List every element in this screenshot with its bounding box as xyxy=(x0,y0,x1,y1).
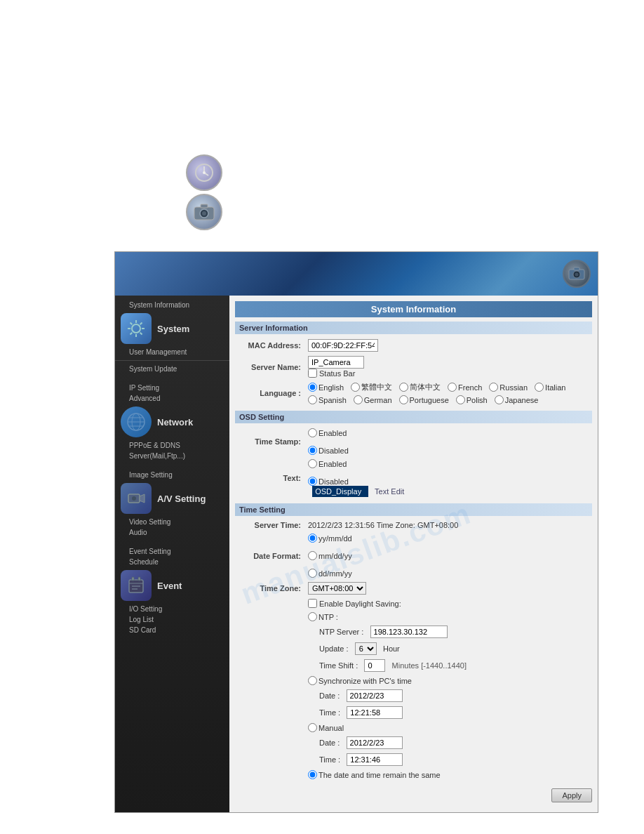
sidebar-item-log-list[interactable]: Log List xyxy=(115,614,229,625)
osd-section: OSD Setting xyxy=(235,411,592,423)
sidebar-item-user-management[interactable]: User Management xyxy=(115,347,229,357)
server-name-input[interactable] xyxy=(308,356,364,369)
camera-top-icon[interactable] xyxy=(186,194,222,230)
lang-japanese[interactable]: Japanese xyxy=(495,395,539,404)
lang-polish[interactable]: Polish xyxy=(456,395,488,404)
server-info-section: Server Information xyxy=(235,322,592,334)
apply-button[interactable]: Apply xyxy=(551,788,592,802)
text-enabled[interactable]: Enabled xyxy=(308,459,589,468)
text-disabled[interactable]: Disabled xyxy=(308,477,589,486)
manual-time-row: Time : xyxy=(235,751,592,768)
daylight-row: Enable Daylight Saving: xyxy=(235,597,592,610)
svg-point-3 xyxy=(203,171,206,174)
ntp-server-input[interactable] xyxy=(370,626,448,638)
ntp-row: NTP : xyxy=(235,610,592,623)
manual-date-input[interactable] xyxy=(347,736,403,749)
sync-time-label: Time : xyxy=(308,708,340,717)
network-label: Network xyxy=(157,417,193,428)
hour-label: Hour xyxy=(383,644,400,653)
sidebar-item-io-setting[interactable]: I/O Setting xyxy=(115,604,229,614)
sidebar-item-image-setting[interactable]: Image Setting xyxy=(115,470,229,480)
fmt-ymd[interactable]: yy/mm/dd xyxy=(308,534,589,543)
server-name-row: Server Name: Status Bar xyxy=(235,354,592,380)
text-edit-label: Text Edit xyxy=(375,487,404,496)
time-shift-input[interactable] xyxy=(364,659,385,672)
lang-portuguese[interactable]: Portuguese xyxy=(399,395,449,404)
update-select[interactable]: 6 xyxy=(355,642,377,655)
clock-settings-icon[interactable] xyxy=(186,154,222,191)
time-table: Server Time: 2012/2/23 12:31:56 Time Zon… xyxy=(235,519,592,781)
sidebar: System Information xyxy=(115,296,229,812)
osd-table: Time Stamp: Enabled Disabled Text: Enabl… xyxy=(235,426,592,499)
mac-input[interactable] xyxy=(308,339,378,352)
lang-english[interactable]: English xyxy=(308,383,344,392)
content-area: System Information Server Information MA… xyxy=(229,296,598,812)
av-label: A/V Setting xyxy=(157,494,206,504)
daylight-label: Enable Daylight Saving: xyxy=(319,600,401,608)
mac-label: MAC Address: xyxy=(235,337,305,354)
lang-german[interactable]: German xyxy=(354,395,392,404)
server-time-value: 2012/2/23 12:31:56 Time Zone: GMT+08:00 xyxy=(305,519,592,531)
sync-time-row: Time : xyxy=(235,704,592,721)
timestamp-label: Time Stamp: xyxy=(235,426,305,457)
date-format-label: Date Format: xyxy=(235,531,305,580)
text-label: Text: xyxy=(235,457,305,499)
remain-row: The date and time remain the same xyxy=(235,768,592,781)
remain-label: The date and time remain the same xyxy=(318,771,441,779)
ts-disabled[interactable]: Disabled xyxy=(308,446,589,455)
ntp-server-row: NTP Server : xyxy=(235,623,592,640)
lang-french[interactable]: French xyxy=(448,383,482,392)
manual-date-label: Date : xyxy=(308,739,340,747)
timezone-row: Time Zone: GMT+08:00 xyxy=(235,580,592,597)
timezone-select[interactable]: GMT+08:00 xyxy=(308,582,366,595)
sidebar-item-ip-setting[interactable]: IP Setting xyxy=(115,383,229,393)
sidebar-section-system: System Information xyxy=(115,296,229,378)
daylight-checkbox[interactable] xyxy=(308,599,317,608)
ntp-radio[interactable]: NTP : xyxy=(308,612,589,621)
sync-pc-label: Synchronize with PC's time xyxy=(318,677,412,685)
lang-italian[interactable]: Italian xyxy=(535,383,565,392)
sidebar-item-video-setting[interactable]: Video Setting xyxy=(115,517,229,527)
manual-time-label: Time : xyxy=(308,755,340,764)
sync-date-input[interactable] xyxy=(347,689,403,702)
lang-spanish[interactable]: Spanish xyxy=(308,395,347,404)
sidebar-section-av: Image Setting A/V Setting Video Setting xyxy=(115,465,229,542)
ts-enabled[interactable]: Enabled xyxy=(308,428,589,437)
status-bar-checkbox[interactable] xyxy=(308,369,317,378)
sync-pc-radio[interactable]: Synchronize with PC's time xyxy=(308,676,589,685)
sidebar-item-event-setting[interactable]: Event Setting xyxy=(115,546,229,557)
osd-display-input[interactable] xyxy=(312,486,368,497)
lang-simp-chinese[interactable]: 简体中文 xyxy=(399,382,441,392)
status-bar-label: Status Bar xyxy=(319,369,355,378)
sidebar-item-advanced[interactable]: Advanced xyxy=(115,393,229,404)
sidebar-item-sd-card[interactable]: SD Card xyxy=(115,625,229,635)
svg-line-19 xyxy=(140,323,142,325)
sidebar-item-schedule[interactable]: Schedule xyxy=(115,557,229,567)
time-shift-row: Time Shift : Minutes [-1440..1440] xyxy=(235,657,592,674)
fmt-mdy[interactable]: mm/dd/yy xyxy=(308,551,589,560)
sidebar-item-server[interactable]: Server(Mail,Ftp...) xyxy=(115,451,229,461)
lang-russian[interactable]: Russian xyxy=(489,383,528,392)
lang-trad-chinese[interactable]: 繁體中文 xyxy=(351,382,392,392)
manual-time-input[interactable] xyxy=(347,753,403,766)
svg-rect-32 xyxy=(138,577,140,581)
manual-radio[interactable]: Manual xyxy=(308,723,589,732)
sync-time-input[interactable] xyxy=(347,706,403,719)
server-info-table: MAC Address: Server Name: Status xyxy=(235,337,592,406)
daylight-checkbox-item[interactable]: Enable Daylight Saving: xyxy=(308,599,589,608)
sync-date-label: Date : xyxy=(308,691,340,700)
sidebar-item-pppoe[interactable]: PPPoE & DDNS xyxy=(115,440,229,451)
sidebar-item-system-information[interactable]: System Information xyxy=(115,300,229,310)
server-time-row: Server Time: 2012/2/23 12:31:56 Time Zon… xyxy=(235,519,592,531)
svg-rect-11 xyxy=(574,267,579,270)
sidebar-item-system-update[interactable]: System Update xyxy=(115,364,229,374)
date-format-row: Date Format: yy/mm/dd mm/dd/yy dd/mm/yy xyxy=(235,531,592,580)
svg-point-28 xyxy=(132,496,136,501)
time-section: Time Setting xyxy=(235,503,592,516)
sidebar-item-audio[interactable]: Audio xyxy=(115,527,229,538)
manual-row: Manual xyxy=(235,721,592,734)
sidebar-section-event: Event Setting Schedule xyxy=(115,542,229,640)
remain-radio[interactable]: The date and time remain the same xyxy=(308,770,589,779)
fmt-dmy[interactable]: dd/mm/yy xyxy=(308,569,589,578)
ntp-server-label: NTP Server : xyxy=(308,628,363,636)
